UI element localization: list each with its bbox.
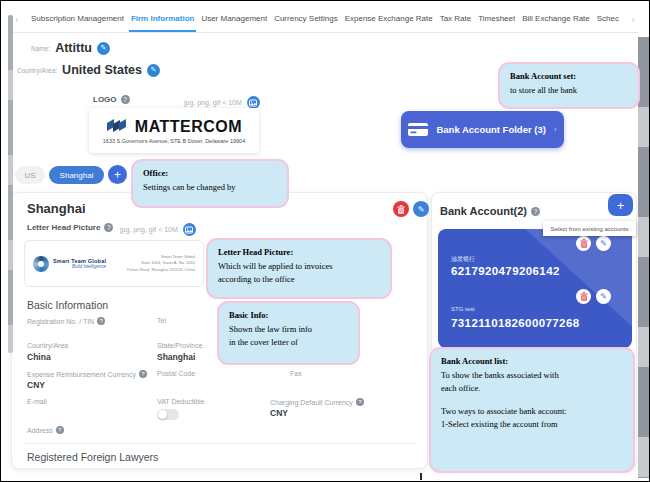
registration-help-icon[interactable]: ? bbox=[97, 317, 105, 325]
pencil-icon: ✎ bbox=[600, 239, 607, 248]
delete-account-1-icon[interactable] bbox=[576, 236, 591, 251]
smart-team-global-logo-icon bbox=[33, 256, 49, 272]
annotation-line: according to the office bbox=[218, 273, 380, 286]
vat-deductible-toggle[interactable] bbox=[157, 409, 179, 420]
annotation-line: each office. bbox=[441, 382, 623, 395]
tab-expense-exchange-rate[interactable]: Expense Exchange Rate bbox=[343, 7, 435, 32]
edit-account-1-icon[interactable]: ✎ bbox=[596, 236, 611, 251]
tab-subscription-management[interactable]: Subscription Management bbox=[29, 7, 126, 32]
basic-information-header: Basic Information bbox=[27, 299, 108, 311]
tab-schedule[interactable]: Schec bbox=[595, 7, 621, 32]
tab-tax-rate[interactable]: Tax Rate bbox=[438, 7, 474, 32]
firm-information-screen: ‹ Subscription Management Firm Informati… bbox=[0, 0, 650, 482]
annotation-bank-account-set: Bank Account set: to store all the bank bbox=[498, 62, 640, 109]
registered-foreign-lawyers-header: Registered Foreign Lawyers bbox=[27, 451, 158, 463]
letterhead-hint-row: jpg, png, gif < 10M bbox=[120, 223, 196, 236]
tab-bill-exchange-rate[interactable]: Bill Exchange Rate bbox=[520, 7, 592, 32]
annotation-title: Letter Head Picture: bbox=[218, 246, 380, 260]
annotation-line: 1-Select existing the account from bbox=[441, 418, 623, 431]
address-label: Address ? bbox=[27, 426, 64, 434]
bank-account-folder-button[interactable]: Bank Account Folder (3) › bbox=[401, 111, 564, 148]
expense-currency-label: Expense Reimbursement Currency ? bbox=[27, 370, 147, 378]
letterhead-upload-icon[interactable] bbox=[183, 223, 196, 236]
mattercom-logo-mark-icon bbox=[106, 118, 130, 136]
tab-currency-settings[interactable]: Currency Settings bbox=[272, 7, 340, 32]
add-bank-account-button[interactable]: + bbox=[608, 194, 633, 216]
annotation-letterhead: Letter Head Picture: Which will be appli… bbox=[206, 238, 392, 299]
annotation-line: Shown the law firm info bbox=[229, 323, 348, 336]
letterhead-brand-block: Smart Team Global Build Intelligence bbox=[33, 256, 106, 272]
logo-address-text: 1633 S.Governors Avenue, STE B Dover, De… bbox=[103, 138, 245, 144]
expense-currency-value: CNY bbox=[27, 380, 45, 390]
annotation-title: Bank Account set: bbox=[510, 70, 628, 84]
firm-country-row: Country/Area: United States ✎ bbox=[17, 63, 160, 77]
country-area-label: Country/Area bbox=[27, 342, 68, 349]
logo-label-row: LOGO ? bbox=[93, 95, 130, 104]
vat-deductible-label: VAT Deductible bbox=[157, 398, 204, 405]
delete-office-icon[interactable] bbox=[393, 201, 409, 217]
picture-icon bbox=[249, 99, 257, 107]
annotation-line: Settings can be changed by bbox=[143, 181, 277, 194]
letterhead-help-icon[interactable]: ? bbox=[104, 223, 113, 232]
registration-tin-label: Registration No. / TIN ? bbox=[27, 317, 105, 325]
logo-help-icon[interactable]: ? bbox=[121, 95, 130, 104]
firm-name-row: Name: Attittu ✎ bbox=[31, 41, 110, 55]
tabs-scroll-right-icon[interactable]: › bbox=[627, 7, 639, 32]
fax-label: Fax bbox=[290, 370, 302, 377]
letterhead-address-line: Yishan Road, Shanghai 201103, China bbox=[126, 267, 195, 273]
bank-panel-help-icon[interactable]: ? bbox=[531, 207, 540, 216]
add-office-button[interactable]: + bbox=[108, 165, 127, 184]
left-scrollbar[interactable] bbox=[8, 15, 13, 353]
annotation-title: Office: bbox=[143, 167, 277, 181]
annotation-line: in the cover letter of bbox=[229, 336, 348, 349]
charging-currency-help-icon[interactable]: ? bbox=[356, 398, 364, 406]
add-bank-tooltip: Select from existing accounts bbox=[543, 221, 636, 236]
address-help-icon[interactable]: ? bbox=[56, 426, 64, 434]
tab-timesheet[interactable]: Timesheet bbox=[476, 7, 517, 32]
tel-label: Tel bbox=[157, 317, 166, 324]
bank-panel-title-row: Bank Account(2) ? bbox=[440, 205, 540, 217]
tab-firm-information[interactable]: Firm Information bbox=[129, 7, 197, 32]
country-area-value: China bbox=[27, 352, 51, 362]
expense-currency-text: Expense Reimbursement Currency bbox=[27, 371, 136, 378]
edit-name-icon[interactable]: ✎ bbox=[97, 42, 110, 55]
edit-office-icon[interactable]: ✎ bbox=[413, 201, 429, 217]
bank-folder-label: Bank Account Folder (3) bbox=[436, 124, 545, 135]
expense-currency-help-icon[interactable]: ? bbox=[139, 370, 147, 378]
edit-account-2-icon[interactable]: ✎ bbox=[596, 289, 611, 304]
pencil-icon: ✎ bbox=[600, 292, 607, 301]
charging-currency-label: Charging Default Currency ? bbox=[270, 398, 364, 406]
delete-account-2-icon[interactable] bbox=[576, 289, 591, 304]
letterhead-tagline: Build Intelligence bbox=[53, 264, 106, 269]
pencil-icon: ✎ bbox=[418, 205, 425, 214]
right-scrollbar[interactable] bbox=[638, 37, 649, 478]
tab-user-management[interactable]: User Management bbox=[199, 7, 269, 32]
email-label: E-mail bbox=[27, 398, 47, 405]
edit-country-icon[interactable]: ✎ bbox=[147, 64, 160, 77]
trash-icon bbox=[580, 239, 588, 248]
letterhead-label-row: Letter Head Picture ? bbox=[27, 223, 113, 232]
letterhead-address-block: Smart Team Global Suite 1004, Tower A, N… bbox=[126, 254, 195, 273]
office-card-title: Shanghai bbox=[27, 201, 86, 216]
logo-upload-hint: jpg, png, gif < 10M bbox=[184, 99, 242, 106]
logo-label: LOGO bbox=[93, 95, 117, 104]
state-province-value: Shanghai bbox=[157, 352, 195, 362]
trash-icon bbox=[397, 205, 405, 214]
bank-accounts-card: ✎ 浦发银行 6217920479206142 ✎ STG test 73121… bbox=[438, 229, 632, 348]
office-tab-us[interactable]: US bbox=[15, 166, 45, 184]
annotation-title: Basic Info: bbox=[229, 309, 348, 323]
credit-card-icon bbox=[408, 123, 428, 136]
letterhead-preview: Smart Team Global Build Intelligence Sma… bbox=[24, 240, 204, 287]
trash-icon bbox=[580, 292, 588, 301]
office-tab-shanghai[interactable]: Shanghai bbox=[49, 166, 104, 184]
section-divider bbox=[24, 443, 417, 444]
annotation-line: Which will be applied to invoices bbox=[218, 260, 380, 273]
picture-icon bbox=[185, 226, 193, 234]
bank-panel-title: Bank Account(2) bbox=[440, 205, 527, 217]
account-1-number: 6217920479206142 bbox=[451, 265, 560, 277]
firm-logo-preview: MATTERCOM 1633 S.Governors Avenue, STE B… bbox=[89, 108, 259, 153]
charging-currency-text: Charging Default Currency bbox=[270, 399, 353, 406]
firm-country-label: Country/Area: bbox=[17, 67, 57, 74]
account-1-bank-name: 浦发银行 bbox=[451, 255, 475, 264]
charging-currency-value: CNY bbox=[270, 408, 288, 418]
